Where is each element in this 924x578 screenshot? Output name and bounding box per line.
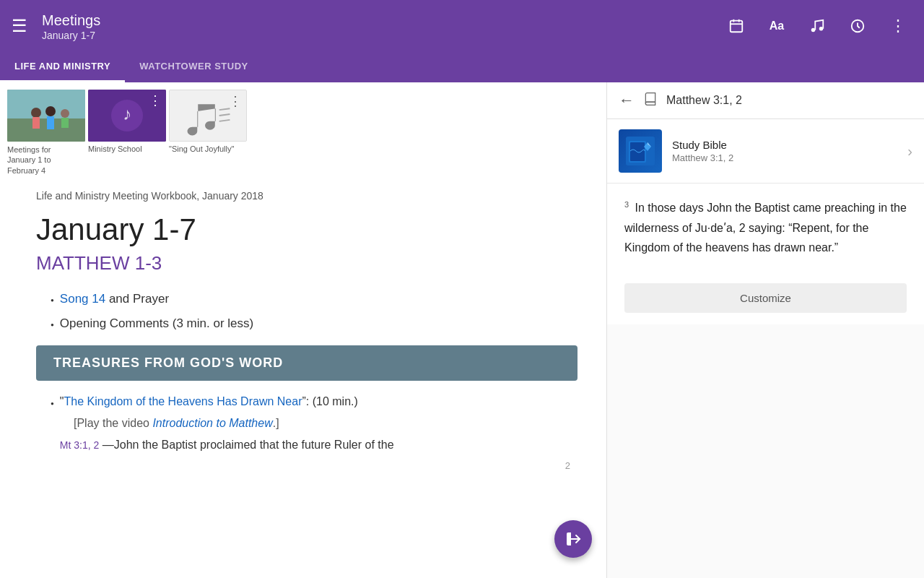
study-bible-title: Study Bible	[672, 139, 897, 151]
svg-point-5	[819, 27, 824, 30]
tab-watchtower-study[interactable]: WATCHTOWER STUDY	[125, 52, 263, 82]
sub-item-ref-text: Mt 3:1, 2 —John the Baptist proclaimed t…	[60, 439, 394, 452]
ministry-thumbnail: ♪ ⋮	[88, 90, 166, 142]
tab-life-ministry[interactable]: LIFE AND MINISTRY	[0, 52, 125, 82]
svg-point-10	[31, 108, 41, 118]
customize-button[interactable]: Customize	[624, 283, 907, 313]
svg-rect-13	[47, 116, 54, 129]
app-header: ☰ Meetings January 1-7 Aa	[0, 0, 924, 52]
sub-item-ref: ● Mt 3:1, 2 —John the Baptist proclaimed…	[51, 439, 578, 452]
media-item-music[interactable]: ⋮ "Sing Out Joyfully"	[169, 90, 247, 176]
bullet-1: ●	[51, 297, 54, 303]
header-title-group: Meetings January 1-7	[42, 11, 722, 41]
comments-text: Opening Comments (3 min. or less)	[60, 316, 253, 331]
video-bracket-suffix: .]	[273, 417, 279, 429]
svg-point-4	[811, 28, 816, 33]
article-theme: MATTHEW 1-3	[36, 252, 578, 275]
sub-bullet-1: ●	[51, 400, 54, 407]
left-panel: Meetings forJanuary 1 toFebruary 4 ♪ ⋮ M…	[0, 82, 606, 578]
article-meta: Life and Ministry Meeting Workbook, Janu…	[36, 190, 578, 202]
ref-plain-text: —John the Baptist proclaimed that the fu…	[103, 439, 394, 451]
kingdom-suffix: ”: (10 min.)	[302, 395, 357, 407]
music-note-icon-btn[interactable]	[803, 12, 832, 40]
article-date: January 1-7	[36, 213, 578, 246]
sub-item-kingdom: ● "The Kingdom of the Heavens Has Drawn …	[51, 395, 578, 408]
clock-icon	[850, 18, 866, 34]
ministry-thumb-label: Ministry School	[88, 144, 142, 153]
study-bible-card[interactable]: Study Bible Matthew 3:1, 2 ›	[607, 119, 924, 184]
song-link[interactable]: Song 14	[60, 292, 105, 306]
study-bible-verse: Matthew 3:1, 2	[672, 152, 897, 163]
menu-icon[interactable]: ☰	[12, 16, 27, 36]
app-subtitle: January 1-7	[42, 30, 722, 41]
exit-icon	[565, 530, 582, 548]
right-panel-content: Study Bible Matthew 3:1, 2 › 3 In those …	[607, 119, 924, 578]
meetings-thumbnail	[7, 90, 85, 142]
scripture-text: 3 In those days John the Baptist came pr…	[607, 184, 924, 272]
tab-bar: LIFE AND MINISTRY WATCHTOWER STUDY	[0, 52, 924, 82]
article-bullet-list: ● Song 14 and Prayer ● Opening Comments …	[36, 292, 578, 331]
font-icon-btn[interactable]: Aa	[762, 12, 791, 40]
sub-bullet-3: ●	[51, 444, 54, 450]
fab-button[interactable]	[554, 520, 592, 558]
svg-text:♪: ♪	[123, 104, 131, 124]
back-button[interactable]: ←	[619, 91, 635, 110]
sub-list: ● "The Kingdom of the Heavens Has Drawn …	[36, 395, 578, 452]
verse-content: 3 In those days John the Baptist came pr…	[624, 202, 907, 253]
book-icon	[643, 92, 658, 110]
ministry-more-btn[interactable]: ⋮	[149, 92, 162, 108]
sub-item-kingdom-text: "The Kingdom of the Heavens Has Drawn Ne…	[60, 395, 358, 408]
music-thumb-label: "Sing Out Joyfully"	[169, 144, 234, 153]
meetings-thumb-label: Meetings forJanuary 1 toFebruary 4	[7, 144, 51, 176]
video-link[interactable]: Introduction to Matthew	[152, 417, 272, 429]
music-more-btn[interactable]: ⋮	[229, 93, 242, 109]
bullet-2: ●	[51, 322, 54, 328]
mt-ref-link[interactable]: Mt 3:1, 2	[60, 439, 99, 451]
calendar-icon-btn[interactable]	[722, 12, 751, 40]
main-content: Meetings forJanuary 1 toFebruary 4 ♪ ⋮ M…	[0, 82, 924, 578]
calendar-icon	[728, 18, 744, 34]
svg-rect-8	[7, 118, 85, 142]
svg-point-12	[45, 106, 56, 116]
music-icon	[809, 18, 825, 34]
clock-icon-btn[interactable]	[843, 12, 872, 40]
customize-btn-area: Customize	[607, 272, 924, 324]
video-bracket-text: [Play the video	[74, 417, 152, 429]
more-options-icon-btn[interactable]: ⋮	[884, 12, 912, 40]
list-item-comments: ● Opening Comments (3 min. or less)	[51, 316, 578, 331]
music-thumbnail: ⋮	[169, 90, 247, 142]
section-header-treasures: TREASURES FROM GOD'S WORD	[36, 345, 578, 381]
right-panel: ← Matthew 3:1, 2	[606, 82, 924, 578]
media-row: Meetings forJanuary 1 toFebruary 4 ♪ ⋮ M…	[0, 82, 606, 176]
kingdom-link[interactable]: The Kingdom of the Heavens Has Drawn Nea…	[64, 395, 302, 407]
app-title: Meetings	[42, 11, 722, 30]
header-icons: Aa ⋮	[722, 12, 912, 40]
list-item-song-text: Song 14 and Prayer	[60, 292, 169, 306]
article: Life and Ministry Meeting Workbook, Janu…	[0, 176, 606, 491]
svg-rect-15	[61, 118, 69, 128]
svg-rect-9	[7, 90, 85, 118]
sub-item-video: [Play the video Introduction to Matthew.…	[51, 417, 578, 430]
media-item-ministry[interactable]: ♪ ⋮ Ministry School	[88, 90, 166, 176]
chevron-right-icon: ›	[907, 143, 912, 160]
list-item-song: ● Song 14 and Prayer	[51, 292, 578, 306]
media-item-meetings[interactable]: Meetings forJanuary 1 toFebruary 4	[7, 90, 85, 176]
right-panel-header: ← Matthew 3:1, 2	[607, 82, 924, 119]
svg-rect-0	[731, 21, 743, 33]
svg-point-14	[61, 109, 69, 118]
study-bible-thumb	[619, 129, 662, 173]
svg-rect-11	[32, 117, 40, 129]
page-number: 2	[36, 460, 578, 471]
study-bible-info: Study Bible Matthew 3:1, 2	[672, 139, 897, 163]
ref-title: Matthew 3:1, 2	[666, 94, 912, 107]
verse-number: 3	[624, 200, 629, 209]
